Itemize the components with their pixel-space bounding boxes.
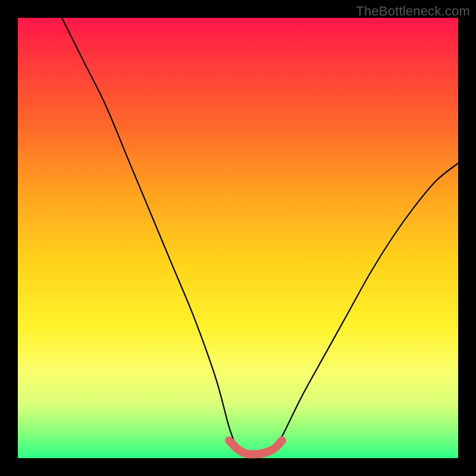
curve-svg bbox=[18, 18, 458, 458]
plot-area bbox=[18, 18, 458, 458]
bottleneck-curve bbox=[62, 18, 458, 455]
chart-frame: TheBottleneck.com bbox=[0, 0, 476, 476]
valley-highlight bbox=[229, 440, 282, 454]
attribution-text: TheBottleneck.com bbox=[356, 4, 470, 19]
